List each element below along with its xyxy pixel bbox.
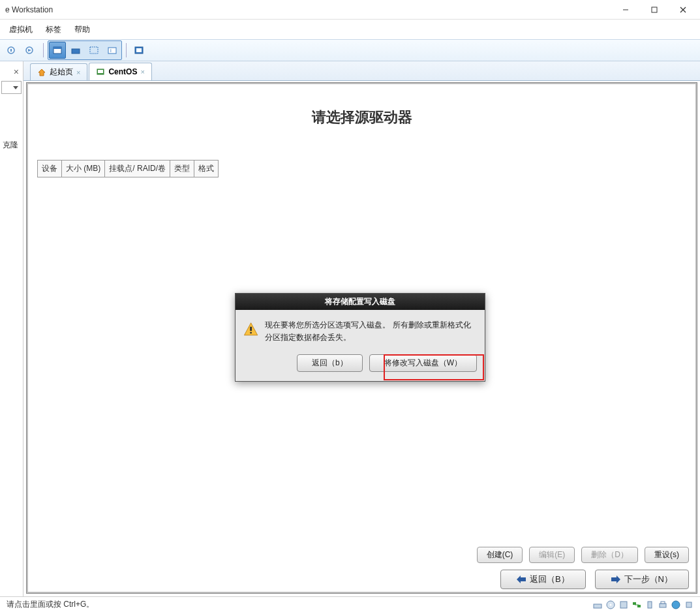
toolbar-btn-2[interactable] <box>22 42 39 59</box>
svg-rect-9 <box>53 47 61 49</box>
dialog-write-button[interactable]: 将修改写入磁盘（W） <box>369 354 477 372</box>
svg-rect-12 <box>108 48 116 54</box>
statusbar: 请点击里面或按 Ctrl+G。 <box>0 596 700 612</box>
dialog-title: 将存储配置写入磁盘 <box>236 294 485 310</box>
tab-close-icon[interactable]: × <box>76 69 80 76</box>
svg-rect-34 <box>661 602 665 604</box>
vm-console[interactable]: 请选择源驱动器 设备 大小 (MB) 挂载点/ RAID/卷 类型 格式 <box>26 82 697 594</box>
statusbar-hint: 请点击里面或按 Ctrl+G。 <box>7 599 94 610</box>
col-format[interactable]: 格式 <box>194 161 219 177</box>
sound-icon[interactable] <box>671 600 680 609</box>
floppy-icon[interactable] <box>619 600 628 609</box>
disk-icon[interactable] <box>593 600 602 609</box>
tab-vm-centos[interactable]: CentOS × <box>89 63 151 80</box>
svg-marker-24 <box>611 575 620 583</box>
menu-vm[interactable]: 虚拟机 <box>3 22 39 38</box>
arrow-left-icon <box>517 575 526 583</box>
delete-button: 删除（D） <box>581 547 638 563</box>
svg-rect-15 <box>136 48 142 52</box>
sidebar-dropdown[interactable] <box>1 81 22 94</box>
vm-icon <box>96 67 105 76</box>
svg-rect-28 <box>620 602 627 608</box>
network-icon[interactable] <box>632 600 641 609</box>
svg-rect-29 <box>633 602 636 605</box>
window-titlebar: e Workstation <box>0 0 700 20</box>
arrow-right-icon <box>611 575 620 583</box>
svg-rect-1 <box>652 7 657 12</box>
reset-button[interactable]: 重设(s) <box>645 547 689 563</box>
nav-next-button[interactable]: 下一步（N） <box>595 570 689 589</box>
tab-home[interactable]: 起始页 × <box>30 63 87 80</box>
svg-marker-16 <box>13 86 18 89</box>
col-mount[interactable]: 挂载点/ RAID/卷 <box>105 161 170 177</box>
statusbar-icons <box>593 600 693 609</box>
window-title: e Workstation <box>3 5 53 14</box>
toolbar-btn-info[interactable]: i <box>104 42 121 59</box>
dialog-back-button[interactable]: 返回（b） <box>297 354 363 372</box>
confirm-dialog: 将存储配置写入磁盘 现在要将您所选分区选项写入磁盘。 所有删除或重新格式化分区指… <box>235 293 485 382</box>
partition-table: 设备 大小 (MB) 挂载点/ RAID/卷 类型 格式 <box>37 160 219 177</box>
svg-point-22 <box>250 332 252 334</box>
svg-rect-33 <box>660 604 666 607</box>
svg-point-35 <box>672 601 680 609</box>
home-icon <box>37 68 46 77</box>
tab-label: CentOS <box>108 67 137 76</box>
tab-strip: 起始页 × CentOS × <box>23 61 700 81</box>
printer-icon[interactable] <box>658 600 667 609</box>
nav-buttons: 返回（B） 下一步（N） <box>500 570 689 589</box>
toolbar-fullscreen[interactable] <box>130 42 147 59</box>
tab-label: 起始页 <box>50 67 73 78</box>
col-type[interactable]: 类型 <box>170 161 194 177</box>
menu-tabs[interactable]: 标签 <box>39 22 68 38</box>
toolbar-view-console[interactable] <box>49 42 66 59</box>
menu-help[interactable]: 帮助 <box>68 22 97 38</box>
toolbar-view-unity[interactable] <box>85 42 102 59</box>
svg-rect-11 <box>90 47 98 54</box>
toolbar-view-thumbnail[interactable] <box>67 42 84 59</box>
svg-rect-25 <box>594 604 601 608</box>
svg-rect-36 <box>686 602 692 607</box>
sidebar-close-icon[interactable]: × <box>14 67 19 77</box>
svg-rect-32 <box>648 602 652 608</box>
svg-rect-5 <box>10 49 12 52</box>
svg-rect-19 <box>98 70 103 73</box>
create-button[interactable]: 创建(C) <box>477 547 523 563</box>
minimize-button[interactable] <box>611 1 640 19</box>
toolbar: i <box>0 39 700 61</box>
sidebar-truncated-label: 克隆 <box>3 140 18 151</box>
nav-back-button[interactable]: 返回（B） <box>500 570 586 589</box>
svg-marker-17 <box>38 69 45 76</box>
toolbar-btn-1[interactable] <box>4 42 21 59</box>
svg-rect-21 <box>250 327 252 331</box>
svg-marker-23 <box>517 575 526 583</box>
svg-point-27 <box>610 604 612 605</box>
col-device[interactable]: 设备 <box>38 161 62 177</box>
menubar: 虚拟机 标签 帮助 <box>0 20 700 39</box>
tab-close-icon[interactable]: × <box>140 68 144 76</box>
svg-marker-7 <box>28 49 31 52</box>
svg-rect-10 <box>72 49 80 54</box>
col-size[interactable]: 大小 (MB) <box>62 161 105 177</box>
partition-actions: 创建(C) 编辑(E) 删除（D） 重设(s) <box>477 547 689 563</box>
usb-icon[interactable] <box>645 600 654 609</box>
close-button[interactable] <box>669 1 697 19</box>
sidebar: × 克隆 <box>0 61 23 596</box>
svg-rect-30 <box>637 605 641 607</box>
svg-text:i: i <box>110 48 112 54</box>
edit-button: 编辑(E) <box>529 547 575 563</box>
misc-icon[interactable] <box>684 600 693 609</box>
installer-heading: 请选择源驱动器 <box>28 108 695 127</box>
maximize-button[interactable] <box>640 1 669 19</box>
dialog-message: 现在要将您所选分区选项写入磁盘。 所有删除或重新格式化分区指定数据都会丢失。 <box>265 319 477 344</box>
warning-icon <box>243 319 258 340</box>
cd-icon[interactable] <box>606 600 615 609</box>
